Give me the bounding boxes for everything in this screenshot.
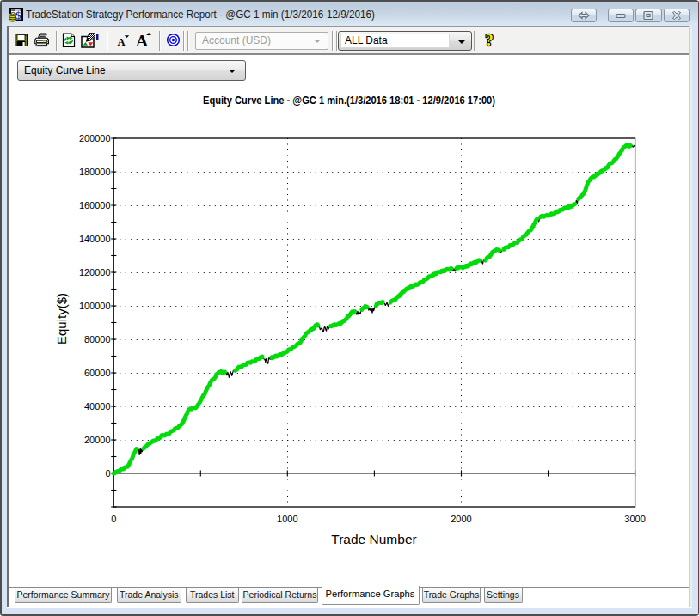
svg-text:Equity Curve Line - @GC 1 min.: Equity Curve Line - @GC 1 min.(1/3/2016 … (203, 95, 495, 107)
svg-text:160000: 160000 (79, 200, 111, 210)
svg-text:TradeStation Strategy Performa: TradeStation Strategy Performance Report… (26, 9, 375, 21)
svg-text:80000: 80000 (84, 334, 111, 345)
svg-text:0: 0 (105, 468, 110, 479)
svg-text:140000: 140000 (79, 234, 111, 244)
svg-text:40000: 40000 (84, 401, 111, 412)
svg-text:120000: 120000 (79, 267, 111, 278)
svg-text:A: A (136, 32, 148, 47)
svg-text:60000: 60000 (84, 368, 111, 378)
svg-text:3000: 3000 (624, 514, 645, 524)
svg-text:20000: 20000 (84, 435, 111, 445)
svg-text:0: 0 (111, 514, 116, 524)
svg-text:Trade Number: Trade Number (331, 532, 416, 546)
svg-text:Equity($): Equity($) (54, 293, 69, 345)
svg-text:A: A (117, 36, 125, 47)
svg-text:180000: 180000 (79, 167, 111, 177)
svg-text:100000: 100000 (79, 301, 111, 311)
svg-text:2000: 2000 (451, 514, 471, 524)
svg-text:200000: 200000 (79, 133, 111, 143)
svg-text:?: ? (485, 32, 493, 49)
svg-text:1000: 1000 (277, 514, 297, 524)
